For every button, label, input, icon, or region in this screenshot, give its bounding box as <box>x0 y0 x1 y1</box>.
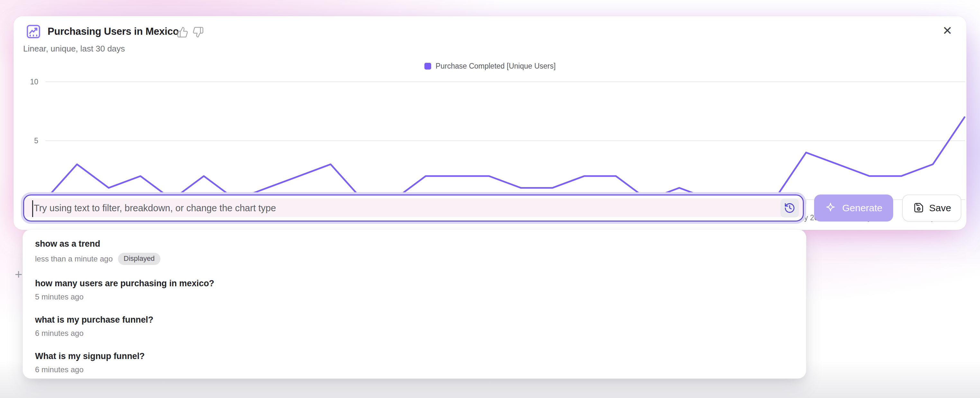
card-title: Purchasing Users in Mexico <box>48 24 179 39</box>
history-item-query: how many users are purchasing in mexico? <box>35 278 794 289</box>
line-chart-icon <box>26 24 41 39</box>
ai-prompt-field <box>23 195 804 222</box>
sparkle-icon <box>825 202 836 214</box>
history-item-query: what is my purchase funnel? <box>35 315 794 325</box>
history-item[interactable]: how many users are purchasing in mexico?… <box>23 271 806 307</box>
generate-button[interactable]: Generate <box>814 195 893 222</box>
legend-swatch <box>425 63 431 70</box>
history-item-time: 6 minutes ago <box>35 365 84 374</box>
add-button-partial[interactable]: + <box>15 267 22 282</box>
history-item-query: show as a trend <box>35 239 794 249</box>
history-item[interactable]: What is my signup funnel? 6 minutes ago <box>23 344 806 379</box>
query-history-dropdown: show as a trend less than a minute ago D… <box>22 229 807 379</box>
history-item-time: less than a minute ago <box>35 254 113 264</box>
save-button[interactable]: Save <box>902 195 961 222</box>
chart-legend: Purchase Completed [Unique Users] <box>13 62 967 70</box>
history-item-time: 5 minutes ago <box>35 293 84 301</box>
thumbs-up-icon <box>177 26 188 38</box>
displayed-badge: Displayed <box>118 253 161 265</box>
save-label: Save <box>929 203 951 214</box>
close-button[interactable]: ✕ <box>942 24 952 37</box>
thumbs-down-icon <box>192 26 204 38</box>
legend-label: Purchase Completed [Unique Users] <box>436 62 555 70</box>
history-item[interactable]: show as a trend less than a minute ago D… <box>23 232 806 271</box>
card-subtitle: Linear, unique, last 30 days <box>23 44 125 54</box>
thumbs-down-button[interactable] <box>192 26 204 38</box>
ai-prompt-input[interactable] <box>24 195 780 221</box>
text-caret <box>32 200 33 217</box>
history-item-time: 6 minutes ago <box>35 329 84 338</box>
history-clock-icon <box>784 202 795 214</box>
save-disk-icon <box>913 202 925 214</box>
history-item[interactable]: what is my purchase funnel? 6 minutes ag… <box>23 307 806 344</box>
history-button[interactable] <box>780 199 799 217</box>
svg-text:10: 10 <box>30 78 38 86</box>
generate-label: Generate <box>842 203 882 214</box>
app-background: Purchasing Users in Mexico ✕ Linear, uni… <box>0 0 980 398</box>
thumbs-up-button[interactable] <box>177 26 188 38</box>
history-item-query: What is my signup funnel? <box>35 351 794 361</box>
svg-text:5: 5 <box>34 136 38 145</box>
insight-card: Purchasing Users in Mexico ✕ Linear, uni… <box>13 16 967 230</box>
